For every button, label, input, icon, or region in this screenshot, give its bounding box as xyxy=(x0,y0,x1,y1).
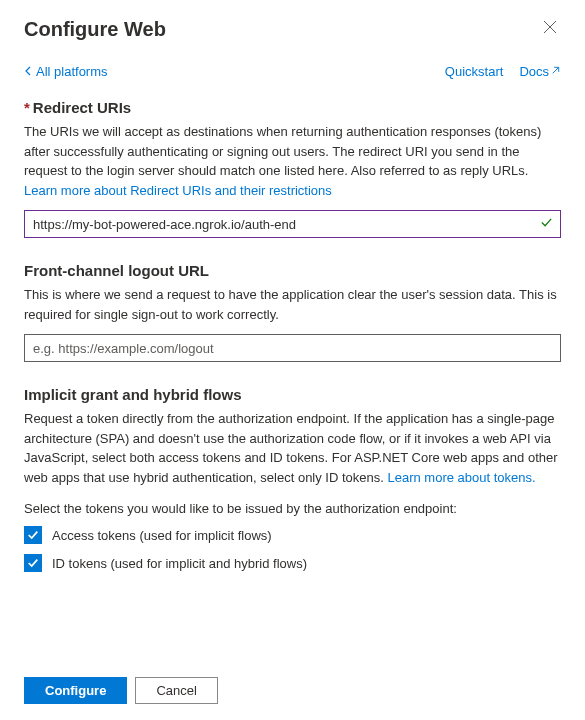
top-links: Quickstart Docs xyxy=(445,64,561,79)
access-tokens-label[interactable]: Access tokens (used for implicit flows) xyxy=(52,528,272,543)
token-select-prompt: Select the tokens you would like to be i… xyxy=(24,501,561,516)
external-link-icon xyxy=(550,65,561,76)
redirect-uris-description: The URIs we will accept as destinations … xyxy=(24,122,561,200)
chevron-left-icon xyxy=(24,64,32,79)
panel-header: Configure Web xyxy=(0,0,585,54)
cancel-button[interactable]: Cancel xyxy=(135,677,217,704)
implicit-grant-title: Implicit grant and hybrid flows xyxy=(24,386,561,403)
id-tokens-checkbox[interactable] xyxy=(24,554,42,572)
panel-title: Configure Web xyxy=(24,18,166,41)
redirect-uri-input[interactable] xyxy=(24,210,561,238)
access-tokens-checkbox-row: Access tokens (used for implicit flows) xyxy=(24,526,561,544)
implicit-grant-section: Implicit grant and hybrid flows Request … xyxy=(0,380,585,590)
top-nav: All platforms Quickstart Docs xyxy=(0,54,585,93)
front-channel-description: This is where we send a request to have … xyxy=(24,285,561,324)
checkmark-icon xyxy=(27,529,39,541)
panel-footer: Configure Cancel xyxy=(0,661,585,720)
check-icon xyxy=(540,216,553,232)
redirect-uri-input-wrapper xyxy=(24,210,561,238)
checkmark-icon xyxy=(27,557,39,569)
front-channel-logout-input[interactable] xyxy=(24,334,561,362)
docs-link-label: Docs xyxy=(519,64,549,79)
required-asterisk: * xyxy=(24,99,30,116)
redirect-learn-more-link[interactable]: Learn more about Redirect URIs and their… xyxy=(24,183,332,198)
implicit-grant-description: Request a token directly from the author… xyxy=(24,409,561,487)
redirect-uris-title: *Redirect URIs xyxy=(24,99,561,116)
id-tokens-label[interactable]: ID tokens (used for implicit and hybrid … xyxy=(52,556,307,571)
front-channel-section: Front-channel logout URL This is where w… xyxy=(0,256,585,370)
back-all-platforms-link[interactable]: All platforms xyxy=(24,64,108,79)
close-icon xyxy=(543,20,557,37)
docs-link[interactable]: Docs xyxy=(519,64,561,79)
redirect-uris-section: *Redirect URIs The URIs we will accept a… xyxy=(0,93,585,246)
configure-button[interactable]: Configure xyxy=(24,677,127,704)
redirect-uris-description-text: The URIs we will accept as destinations … xyxy=(24,124,541,178)
access-tokens-checkbox[interactable] xyxy=(24,526,42,544)
front-channel-title: Front-channel logout URL xyxy=(24,262,561,279)
close-button[interactable] xyxy=(539,16,561,42)
id-tokens-checkbox-row: ID tokens (used for implicit and hybrid … xyxy=(24,554,561,572)
redirect-uris-title-text: Redirect URIs xyxy=(33,99,131,116)
tokens-learn-more-link[interactable]: Learn more about tokens. xyxy=(388,470,536,485)
back-link-label: All platforms xyxy=(36,64,108,79)
quickstart-link[interactable]: Quickstart xyxy=(445,64,504,79)
